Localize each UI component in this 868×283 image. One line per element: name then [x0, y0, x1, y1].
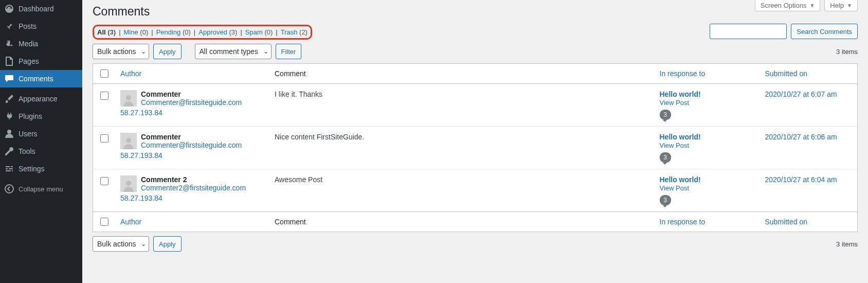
- avatar: [120, 175, 137, 192]
- apply-button-bottom[interactable]: Apply: [153, 236, 182, 252]
- col-author-footer[interactable]: Author: [120, 218, 141, 226]
- plug-icon: [4, 111, 14, 121]
- collapse-label: Collapse menu: [19, 185, 63, 193]
- status-filter-link[interactable]: Spam (0): [245, 28, 273, 36]
- tablenav-bottom: Bulk actions ⌄ Apply 3 items: [93, 232, 858, 256]
- sidebar-item-settings[interactable]: Settings: [0, 160, 82, 178]
- comment-text: I like it. Thanks: [275, 90, 322, 98]
- comment-row: CommenterCommenter@firstsiteguide.com58.…: [93, 127, 858, 169]
- collapse-menu[interactable]: Collapse menu: [0, 180, 82, 198]
- row-checkbox[interactable]: [100, 177, 109, 185]
- sidebar-item-label: Comments: [19, 75, 53, 83]
- comment-row: CommenterCommenter@firstsiteguide.com58.…: [93, 84, 858, 127]
- author-name: Commenter: [141, 133, 181, 141]
- status-filter-pending: Pending (0): [148, 28, 191, 36]
- sidebar-item-dashboard[interactable]: Dashboard: [0, 0, 82, 17]
- comment-count-badge[interactable]: 3: [660, 110, 671, 120]
- col-author-header[interactable]: Author: [120, 69, 141, 78]
- dashboard-icon: [4, 4, 14, 14]
- sidebar-item-media[interactable]: Media: [0, 35, 82, 52]
- search-button[interactable]: Search Comments: [791, 24, 858, 39]
- col-date-header[interactable]: Submitted on: [765, 69, 808, 78]
- sidebar-item-label: Users: [19, 130, 38, 138]
- status-filter-bar: All (3)Mine (0)Pending (0)Approved (3)Sp…: [93, 25, 312, 40]
- author-name: Commenter 2: [141, 175, 187, 184]
- sidebar-item-posts[interactable]: Posts: [0, 17, 82, 35]
- avatar: [120, 133, 137, 149]
- bulk-action-select-bottom[interactable]: Bulk actions: [93, 236, 149, 252]
- status-filter-link[interactable]: Mine (0): [124, 28, 149, 36]
- comments-table: Author Comment In response to Submitted …: [93, 63, 858, 232]
- items-count-bottom: 3 items: [836, 240, 858, 248]
- col-response-footer[interactable]: In response to: [660, 218, 706, 226]
- author-email[interactable]: Commenter2@firstsiteguide.com: [141, 184, 246, 192]
- author-name: Commenter: [141, 90, 181, 98]
- screen-options-tab[interactable]: Screen Options ▼: [755, 0, 821, 11]
- status-filter-link[interactable]: Pending (0): [156, 28, 191, 36]
- sidebar-item-tools[interactable]: Tools: [0, 143, 82, 160]
- comment-icon: [4, 74, 14, 84]
- comment-count-badge[interactable]: 3: [660, 195, 671, 205]
- page-title: Comments: [93, 0, 858, 21]
- row-checkbox[interactable]: [100, 134, 109, 143]
- sidebar-item-label: Media: [19, 40, 38, 48]
- select-all-top[interactable]: [100, 69, 109, 78]
- status-filter-approved: Approved (3): [191, 28, 238, 36]
- search-input[interactable]: [710, 24, 787, 39]
- sidebar-item-appearance[interactable]: Appearance: [0, 90, 82, 108]
- view-post-link[interactable]: View Post: [660, 142, 690, 149]
- bulk-actions-top: Bulk actions ⌄ Apply All comment types ⌄…: [93, 44, 301, 59]
- col-comment-footer: Comment: [269, 212, 655, 232]
- sidebar-item-comments[interactable]: Comments: [0, 70, 82, 87]
- status-filter-trash: Trash (2): [273, 28, 308, 36]
- svg-point-4: [126, 181, 131, 186]
- status-filter-all: All (3): [97, 28, 116, 36]
- response-post-title[interactable]: Hello world!: [660, 175, 701, 184]
- status-filter-mine: Mine (0): [116, 28, 148, 36]
- content-area: Screen Options ▼ Help ▼ Comments All (3)…: [82, 0, 868, 283]
- pin-icon: [4, 21, 14, 31]
- filter-button[interactable]: Filter: [276, 44, 302, 59]
- col-response-header[interactable]: In response to: [660, 69, 706, 78]
- author-email[interactable]: Commenter@firstsiteguide.com: [141, 141, 242, 149]
- sidebar-item-plugins[interactable]: Plugins: [0, 108, 82, 125]
- row-checkbox[interactable]: [100, 92, 109, 100]
- author-ip[interactable]: 58.27.193.84: [120, 194, 264, 202]
- wrench-icon: [4, 146, 14, 156]
- comment-type-select[interactable]: All comment types: [195, 44, 272, 59]
- comment-count-badge[interactable]: 3: [660, 152, 671, 163]
- submitted-date[interactable]: 2020/10/27 at 6:07 am: [765, 90, 837, 98]
- author-ip[interactable]: 58.27.193.84: [120, 151, 264, 160]
- status-filter-spam: Spam (0): [237, 28, 273, 36]
- svg-point-1: [5, 185, 13, 193]
- status-filter-link[interactable]: Trash (2): [281, 28, 308, 36]
- svg-point-2: [126, 95, 131, 100]
- comment-row: Commenter 2Commenter2@firstsiteguide.com…: [93, 169, 858, 212]
- status-filter-link[interactable]: Approved (3): [198, 28, 237, 36]
- submitted-date[interactable]: 2020/10/27 at 6:06 am: [765, 133, 837, 141]
- status-filter-link[interactable]: All (3): [97, 28, 116, 36]
- response-post-title[interactable]: Hello world!: [660, 133, 701, 141]
- help-label: Help: [830, 2, 844, 9]
- author-ip[interactable]: 58.27.193.84: [120, 109, 264, 117]
- response-post-title[interactable]: Hello world!: [660, 90, 701, 98]
- sidebar-item-pages[interactable]: Pages: [0, 52, 82, 70]
- author-email[interactable]: Commenter@firstsiteguide.com: [141, 98, 242, 107]
- bulk-action-select[interactable]: Bulk actions: [93, 44, 149, 59]
- comment-text: Nice content FirstSiteGuide.: [275, 133, 364, 141]
- col-date-footer[interactable]: Submitted on: [765, 218, 808, 226]
- sidebar-item-label: Settings: [19, 165, 45, 173]
- page-icon: [4, 56, 14, 66]
- apply-button[interactable]: Apply: [153, 44, 182, 59]
- sidebar-item-users[interactable]: Users: [0, 125, 82, 143]
- view-post-link[interactable]: View Post: [660, 184, 690, 192]
- tablenav-top: Bulk actions ⌄ Apply All comment types ⌄…: [93, 40, 858, 63]
- chevron-down-icon: ▼: [809, 3, 815, 8]
- user-icon: [4, 129, 14, 139]
- view-post-link[interactable]: View Post: [660, 99, 690, 107]
- screen-meta-tabs: Screen Options ▼ Help ▼: [755, 0, 858, 11]
- sidebar-item-label: Plugins: [19, 112, 42, 120]
- help-tab[interactable]: Help ▼: [824, 0, 858, 11]
- submitted-date[interactable]: 2020/10/27 at 6:04 am: [765, 175, 837, 184]
- select-all-bottom[interactable]: [100, 218, 109, 226]
